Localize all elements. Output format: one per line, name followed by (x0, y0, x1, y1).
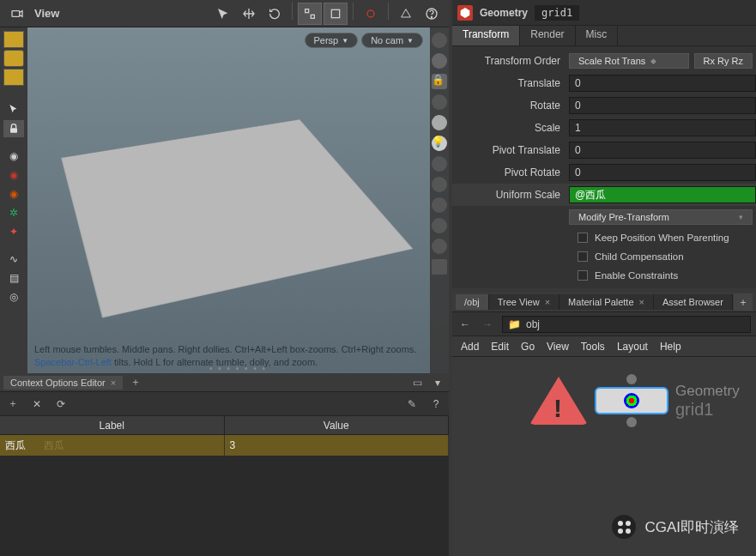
shelf-sphere-icon[interactable] (3, 50, 24, 67)
display-grid-icon[interactable] (432, 218, 447, 233)
rotate-field[interactable]: 0 (569, 97, 756, 114)
enable-constraints-checkbox[interactable] (578, 270, 588, 281)
tab-render[interactable]: Render (520, 26, 575, 45)
uniform-scale-field[interactable]: @西瓜 (569, 186, 756, 203)
network-tab-asset-browser[interactable]: Asset Browser (654, 294, 733, 310)
edit-icon[interactable]: ✎ (404, 396, 420, 412)
uniform-scale-label: Uniform Scale (452, 189, 569, 201)
resize-handle-icon[interactable]: • • • • • • • (209, 364, 267, 373)
display-ghost-icon[interactable] (432, 94, 447, 110)
node-output-dot[interactable] (626, 417, 637, 427)
display-curve-icon[interactable] (432, 259, 447, 275)
shelf-box-icon[interactable] (3, 31, 24, 48)
enable-constraints-label: Enable Constraints (595, 270, 678, 281)
menu-tools[interactable]: Tools (581, 341, 605, 353)
node-name-field[interactable]: grid1 (535, 5, 579, 21)
add-tab-icon[interactable]: ＋ (128, 375, 143, 390)
option-label-cell[interactable]: 西瓜 西瓜 (0, 435, 225, 456)
snap-toggle-icon[interactable] (298, 3, 322, 25)
transform-order-dropdown[interactable]: Scale Rot Trans◆ (569, 53, 689, 69)
display-lock-icon[interactable]: 🔒 (432, 74, 447, 89)
tab-misc[interactable]: Misc (576, 26, 619, 45)
record-icon[interactable] (359, 3, 383, 25)
help-icon[interactable]: ? (428, 396, 444, 412)
menu-layout[interactable]: Layout (617, 341, 648, 353)
menu-help[interactable]: Help (660, 341, 681, 353)
menu-go[interactable]: Go (521, 341, 535, 353)
child-compensation-checkbox[interactable] (578, 251, 588, 262)
pivot-translate-field[interactable]: 0 (569, 142, 756, 159)
transform-order-label: Transform Order (452, 55, 569, 67)
network-tab-material-palette[interactable]: Material Palette× (559, 294, 654, 310)
add-pane-icon[interactable]: ＋ (734, 293, 753, 311)
keep-position-checkbox[interactable] (578, 233, 588, 243)
camera-icon[interactable] (5, 3, 29, 25)
svg-rect-0 (12, 10, 20, 16)
select-arrow-icon[interactable] (211, 3, 235, 25)
tab-transform[interactable]: Transform (452, 26, 520, 45)
network-canvas[interactable]: Geometry grid1 CGAI即时演绎 (452, 357, 756, 556)
svg-rect-2 (311, 15, 314, 18)
tree-icon[interactable]: ✲ (3, 204, 24, 221)
delete-option-icon[interactable]: ✕ (29, 396, 45, 412)
menu-view[interactable]: View (547, 341, 569, 353)
folder-icon: 📁 (508, 318, 521, 330)
persp-dropdown[interactable]: Persp▼ (305, 33, 359, 48)
network-tab-tree-view[interactable]: Tree View× (489, 294, 559, 310)
pointer-tool-icon[interactable] (3, 101, 24, 118)
node-geom-icon (624, 393, 639, 408)
geometry-node[interactable] (595, 387, 668, 414)
modify-pre-transform-dropdown[interactable]: Modify Pre-Transform▾ (569, 209, 753, 225)
close-icon[interactable]: × (639, 297, 644, 307)
rotate-icon[interactable] (263, 3, 287, 25)
persp-ortho-icon[interactable] (394, 3, 418, 25)
display-bulb-icon[interactable]: 💡 (432, 136, 447, 151)
shelf-tube-icon[interactable] (3, 69, 24, 86)
lock-tool-icon[interactable] (3, 120, 24, 137)
menu-edit[interactable]: Edit (491, 341, 509, 353)
display-sun-icon[interactable] (432, 156, 447, 172)
scale-field[interactable]: 1 (569, 119, 756, 136)
pivot-rotate-field[interactable]: 0 (569, 164, 756, 181)
forward-icon[interactable]: → (480, 317, 495, 332)
rotation-order-dropdown[interactable]: Rx Ry Rz (694, 53, 753, 69)
viewport[interactable]: Persp▼ No cam▼ 🔒 💡 (27, 27, 449, 373)
disc-icon[interactable]: ◎ (3, 288, 24, 305)
display-mat-icon[interactable] (432, 197, 447, 213)
curve-icon[interactable]: ∿ (3, 251, 24, 268)
watermark: CGAI即时演绎 (612, 515, 739, 539)
translate-field[interactable]: 0 (569, 75, 756, 92)
stack-icon[interactable]: ▤ (3, 269, 24, 287)
path-input[interactable]: 📁 obj (502, 316, 751, 333)
svg-point-6 (431, 16, 432, 17)
display-env-icon[interactable] (432, 177, 447, 192)
value-column-header[interactable]: Value (225, 416, 450, 434)
chevron-down-icon[interactable]: ▾ (430, 375, 445, 390)
network-tab-obj[interactable]: /obj (456, 294, 489, 310)
label-column-header[interactable]: Label (0, 416, 225, 434)
table-row[interactable]: 西瓜 西瓜 3 (0, 435, 449, 456)
move-icon[interactable] (237, 3, 261, 25)
camera-dropdown[interactable]: No cam▼ (361, 33, 423, 48)
close-icon[interactable]: × (111, 378, 116, 388)
grid-toggle-icon[interactable] (324, 3, 348, 25)
red-light-icon[interactable]: ◉ (3, 166, 24, 184)
node-input-dot[interactable] (626, 374, 637, 384)
orange-light-icon[interactable]: ◉ (3, 185, 24, 202)
light-icon[interactable]: ◉ (3, 148, 24, 165)
close-icon[interactable]: × (545, 297, 550, 307)
keep-position-label: Keep Position When Parenting (595, 233, 729, 243)
display-wire-icon[interactable] (432, 53, 447, 69)
display-light-icon[interactable] (432, 115, 447, 130)
back-icon[interactable]: ← (457, 317, 473, 332)
help-icon[interactable] (420, 3, 444, 25)
display-shaded-icon[interactable] (432, 33, 447, 48)
display-bg-icon[interactable] (432, 239, 447, 254)
window-icon[interactable]: ▭ (409, 375, 425, 390)
add-option-icon[interactable]: ＋ (5, 396, 21, 412)
particles-icon[interactable]: ✦ (3, 223, 24, 240)
context-options-tab[interactable]: Context Options Editor × (3, 376, 123, 390)
option-value-cell[interactable]: 3 (225, 435, 450, 456)
menu-add[interactable]: Add (461, 341, 479, 353)
refresh-icon[interactable]: ⟳ (53, 396, 69, 412)
